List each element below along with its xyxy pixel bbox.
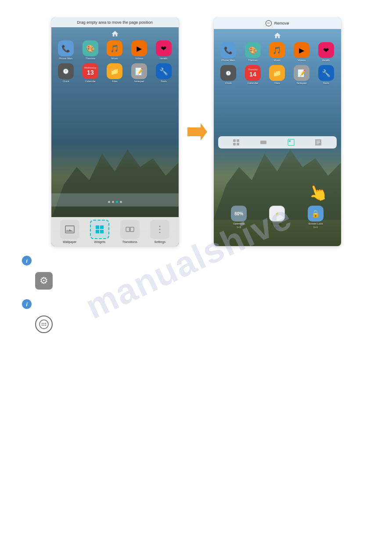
screenshots-row: Drag empty area to move the page positio… (9, 18, 383, 246)
app-icon-power: ⚡ (269, 206, 285, 221)
fog-left (51, 193, 179, 207)
info-bullet-1: i (22, 255, 370, 265)
app-files-left[interactable]: 📁 Files (104, 63, 126, 83)
home-icon-row-left (51, 27, 179, 40)
svg-point-20 (45, 323, 46, 324)
app-icon-tools-right: 🔧 (318, 65, 334, 81)
app-clock-left[interactable]: 🕐 Clock (55, 63, 78, 83)
app-phone[interactable]: 📞 Phone Man. (55, 40, 78, 60)
left-screenshot: Drag empty area to move the page positio… (51, 18, 179, 246)
bottom-app-row-right: 80% Optimizer 1×1 ⚡ Power c... 6×1 🔒 (214, 206, 341, 229)
toolbar-settings[interactable]: Settings (146, 220, 174, 243)
app-label-optimizer: Optimizer (233, 222, 245, 225)
app-label-themes: Themes (86, 57, 95, 60)
instruction-bar: Drag empty area to move the page positio… (51, 18, 179, 27)
app-music-right[interactable]: 🎵 Music (266, 42, 289, 62)
app-tools-right[interactable]: 🔧 Tools (315, 65, 338, 84)
app-icon-calendar-left: Wednesday 13 (83, 63, 98, 79)
app-icon-phone-right: 📞 (220, 42, 236, 58)
gear-icon: ⚙ (35, 272, 53, 290)
app-health[interactable]: ❤ Health (152, 40, 175, 60)
arrow-container (179, 18, 214, 246)
app-icon-optimizer: 80% (231, 206, 247, 221)
app-label-music: Music (111, 57, 119, 60)
app-music[interactable]: 🎵 Music (104, 40, 126, 60)
app-icon-notepad-right: 📝 (294, 65, 309, 81)
app-calendar-left[interactable]: Wednesday 13 Calendar (79, 63, 102, 83)
svg-rect-7 (237, 139, 239, 142)
grid-icon-wrapper (22, 316, 370, 333)
app-icon-themes: 🎨 (83, 40, 98, 56)
right-screenshot: − Remove 📞 Phone Man. 🎨 (214, 18, 341, 246)
dot-3-active (116, 201, 118, 203)
app-label-notepad-right: Notepad (297, 82, 307, 84)
svg-marker-5 (187, 123, 207, 141)
app-label-clock-left: Clock (63, 80, 69, 83)
app-phone-right[interactable]: 📞 Phone Man. (217, 42, 240, 62)
svg-rect-12 (289, 140, 291, 142)
app-themes-right[interactable]: 🎨 Themes (241, 42, 264, 62)
app-notepad-right[interactable]: 📝 Notepad (290, 65, 313, 84)
app-videos-right[interactable]: ▶ Videos (290, 42, 313, 62)
page-dots-left (108, 201, 122, 203)
app-label-files-right: Files (274, 82, 280, 84)
app-label-screenlock: Screen Lock (308, 222, 323, 225)
right-content: − Remove 📞 Phone Man. 🎨 (214, 18, 341, 246)
app-icon-health-right: ❤ (318, 42, 334, 58)
app-tools-left[interactable]: 🔧 Tools (152, 63, 175, 83)
app-videos[interactable]: ▶ Videos (128, 40, 151, 60)
svg-point-22 (43, 325, 44, 326)
app-icon-music-right: 🎵 (269, 42, 285, 58)
app-label-notepad-left: Notepad (134, 80, 144, 83)
info-icon-2: i (22, 299, 32, 309)
app-icon-clock-right: 🕐 (220, 65, 236, 81)
app-icon-files-right: 📁 (269, 65, 285, 81)
app-label-calendar-right: Calendar (248, 82, 258, 84)
arrow-right-icon (185, 121, 207, 143)
widget-icon-3 (288, 139, 295, 146)
settings-dots-icon (155, 224, 165, 235)
app-icon-notepad-left: 📝 (131, 63, 147, 79)
app-health-right[interactable]: ❤ Health (315, 42, 338, 62)
widget-overlay (218, 136, 337, 149)
home-icon-right (273, 32, 281, 40)
toolbar-wallpaper[interactable]: Wallpaper (56, 220, 84, 243)
app-label-power: Power c... (271, 222, 283, 225)
gear-icon-wrapper: ⚙ (22, 272, 370, 290)
svg-point-21 (42, 325, 43, 326)
wallpaper-icon (65, 224, 75, 235)
app-icon-tools-left: 🔧 (156, 63, 172, 79)
svg-rect-0 (126, 227, 129, 232)
remove-label: Remove (274, 21, 289, 25)
app-label-music-right: Music (274, 59, 281, 62)
home-icon-row-right (214, 29, 341, 41)
info-section-2: i (9, 298, 383, 309)
app-optimizer[interactable]: 80% Optimizer 1×1 (221, 206, 257, 229)
svg-rect-8 (233, 143, 236, 145)
toolbar-transitions[interactable]: Transitions (116, 220, 144, 243)
app-power[interactable]: ⚡ Power c... 6×1 (259, 206, 295, 229)
app-calendar-right[interactable]: Thursday 14 Calendar (241, 65, 264, 84)
app-sublabel-screenlock: 1×1 (313, 226, 318, 229)
app-clock-right[interactable]: 🕐 Clock (217, 65, 240, 84)
app-label-health: Health (160, 57, 167, 60)
settings-icon-box (150, 220, 169, 239)
app-sublabel-optimizer: 1×1 (237, 226, 241, 229)
app-label-phone-right: Phone Man. (221, 59, 235, 62)
app-files-right[interactable]: 📁 Files (266, 65, 289, 84)
app-label-themes-right: Themes (248, 59, 258, 62)
svg-rect-6 (233, 139, 236, 142)
home-icon-left (111, 30, 119, 38)
app-screenlock[interactable]: 🔒 Screen Lock 1×1 (297, 206, 334, 229)
app-icon-calendar-right: Thursday 14 (245, 65, 261, 81)
widget-icon-1 (233, 139, 240, 146)
app-grid-1-right: 📞 Phone Man. 🎨 Themes 🎵 Music ▶ Videos (214, 41, 341, 62)
app-notepad-left[interactable]: 📝 Notepad (128, 63, 151, 83)
dot-1 (108, 201, 110, 203)
left-content: Drag empty area to move the page positio… (51, 18, 179, 246)
app-icon-phone: 📞 (58, 40, 74, 56)
app-icon-clock-left: 🕐 (58, 63, 74, 79)
toolbar-widgets[interactable]: Widgets (86, 220, 114, 243)
app-themes[interactable]: 🎨 Themes (79, 40, 102, 60)
app-icon-videos-right: ▶ (294, 42, 309, 58)
